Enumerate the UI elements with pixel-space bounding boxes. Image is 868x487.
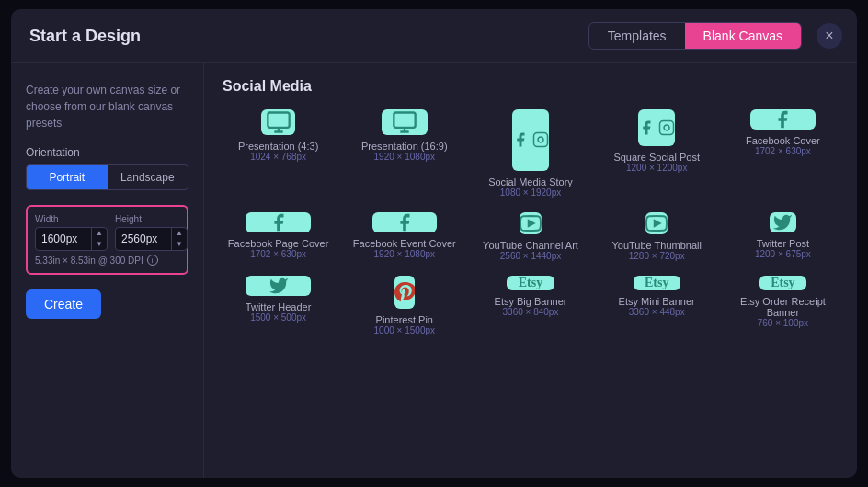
card-size: 760 × 100px [758,318,808,328]
card-name: Facebook Cover [746,135,820,146]
card-name: Presentation (16:9) [361,141,448,152]
tabs-container: Templates Blank Canvas [588,22,802,50]
card-icon [520,212,542,234]
card-size: 1280 × 720px [629,251,685,261]
templates-grid: Presentation (4:3) 1024 × 768px Presenta… [223,109,839,335]
card-item[interactable]: Etsy Etsy Big Banner 3360 × 840px [474,276,586,336]
width-up-button[interactable]: ▲ [92,228,107,239]
card-icon [645,212,668,234]
card-thumbnail [382,109,428,135]
modal: Start a Design Templates Blank Canvas × … [11,9,857,478]
tab-templates[interactable]: Templates [589,23,685,49]
card-item[interactable]: YouTube Channel Art 2560 × 1440px [474,212,586,261]
card-item[interactable]: Square Social Post 1200 × 1200px [601,109,713,198]
card-thumbnail [372,212,437,232]
dpi-info: 5.33in × 8.53in @ 300 DPI i [35,255,179,266]
card-item[interactable]: Facebook Cover 1702 × 630px [727,109,839,198]
card-thumbnail [394,276,415,310]
card-size: 1500 × 500px [250,312,306,323]
card-name: Facebook Page Cover [228,238,328,249]
card-thumbnail: Etsy [760,276,806,290]
card-thumbnail [645,212,668,234]
card-size: 1000 × 1500px [374,325,435,335]
card-name: Etsy Mini Banner [619,296,695,307]
card-size: 1080 × 1920px [500,187,561,198]
width-input[interactable] [36,229,91,249]
card-name: Presentation (4:3) [238,141,318,152]
section-title: Social Media [223,78,839,95]
card-item[interactable]: Facebook Event Cover 1920 × 1080px [348,212,460,261]
card-size: 1702 × 630px [755,146,811,156]
card-name: Etsy Big Banner [495,296,567,307]
card-size: 1702 × 630px [250,249,306,259]
landscape-button[interactable]: Landscape [108,165,188,189]
card-item[interactable]: Presentation (16:9) 1920 × 1080px [348,109,460,198]
card-item[interactable]: Presentation (4:3) 1024 × 768px [223,109,334,198]
modal-body: Create your own canvas size or choose fr… [11,63,857,478]
info-icon: i [147,255,158,266]
card-icon: Etsy [771,276,794,290]
card-item[interactable]: Etsy Etsy Order Receipt Banner 760 × 100… [727,276,839,336]
card-item[interactable]: Pinterest Pin 1000 × 1500px [348,276,460,336]
card-thumbnail [512,109,549,171]
card-icon [266,109,291,135]
dimensions-section: Width ▲ ▼ Height [26,205,188,275]
card-icon [268,212,289,232]
dpi-text: 5.33in × 8.53in @ 300 DPI [35,255,143,266]
svg-rect-8 [660,121,674,135]
card-thumbnail [750,109,815,130]
card-icon [638,119,675,136]
card-icon [394,282,415,302]
close-button[interactable]: × [817,23,842,49]
svg-rect-0 [268,113,289,128]
modal-overlay: Start a Design Templates Blank Canvas × … [0,0,868,487]
card-name: Social Media Story [488,176,573,187]
height-input-wrap: ▲ ▼ [115,227,188,251]
card-icon [772,109,793,130]
height-input[interactable] [116,229,171,249]
orientation-buttons: Portrait Landscape [26,164,188,190]
card-item[interactable]: Facebook Page Cover 1702 × 630px [223,212,334,261]
width-label: Width [35,214,108,224]
height-up-button[interactable]: ▲ [172,228,187,239]
card-thumbnail [770,212,796,232]
card-thumbnail [638,109,675,146]
card-thumbnail [246,212,310,232]
create-button[interactable]: Create [26,289,101,319]
portrait-button[interactable]: Portrait [27,165,108,189]
modal-title: Start a Design [29,27,141,46]
tab-blank-canvas[interactable]: Blank Canvas [685,23,801,49]
card-size: 3360 × 840px [503,307,559,317]
height-field: Height ▲ ▼ [115,214,188,251]
card-icon [772,212,793,232]
card-item[interactable]: Social Media Story 1080 × 1920px [474,109,586,198]
width-down-button[interactable]: ▼ [92,239,107,250]
sidebar-description: Create your own canvas size or choose fr… [26,82,188,131]
height-down-button[interactable]: ▼ [172,239,187,250]
orientation-section: Orientation Portrait Landscape [26,146,188,190]
sidebar: Create your own canvas size or choose fr… [11,63,204,478]
card-name: Etsy Order Receipt Banner [727,296,839,318]
card-item[interactable]: Twitter Post 1200 × 675px [727,212,839,261]
card-name: YouTube Thumbnail [611,240,701,251]
card-icon [392,109,417,135]
card-item[interactable]: Twitter Header 1500 × 500px [223,276,334,336]
card-size: 1200 × 675px [755,249,811,259]
card-name: Square Social Post [613,152,700,163]
card-thumbnail: Etsy [507,276,554,290]
card-thumbnail [246,276,310,296]
card-name: YouTube Channel Art [483,240,578,251]
card-icon: Etsy [645,276,668,290]
width-input-wrap: ▲ ▼ [35,227,108,251]
card-icon [268,276,289,296]
height-spinners: ▲ ▼ [171,228,187,250]
card-thumbnail [520,212,542,234]
card-item[interactable]: YouTube Thumbnail 1280 × 720px [601,212,713,261]
orientation-label: Orientation [26,146,188,159]
main-content: Social Media Presentation (4:3) 1024 × 7… [204,63,857,478]
svg-marker-11 [655,221,660,226]
card-size: 1024 × 768px [250,152,306,162]
card-item[interactable]: Etsy Etsy Mini Banner 3360 × 448px [601,276,713,336]
card-icon [394,212,415,232]
card-thumbnail: Etsy [634,276,680,290]
